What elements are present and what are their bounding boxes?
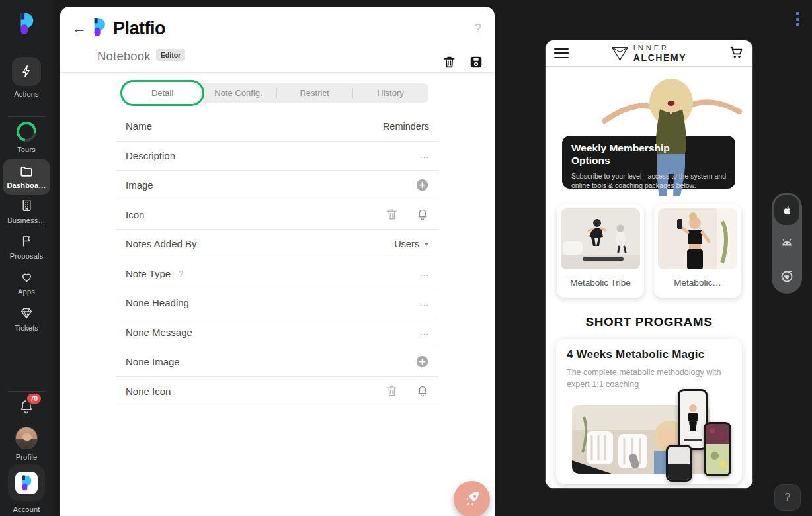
add-none-image-button[interactable] — [415, 355, 429, 368]
card-label: Metabolic Tribe — [561, 269, 640, 298]
platfio-logo-icon[interactable] — [0, 12, 53, 36]
field-label: Name — [126, 120, 152, 132]
phone-app-header: INNER ALCHEMY — [546, 40, 752, 67]
cart-icon — [729, 45, 744, 60]
program-description: The complete metabolic methodology with … — [567, 366, 735, 390]
apple-icon — [781, 204, 793, 217]
tab-detail[interactable]: Detail — [124, 83, 200, 103]
android-preview-button[interactable] — [772, 225, 802, 259]
menu-icon[interactable] — [554, 48, 569, 59]
sidebar-divider — [8, 391, 45, 392]
program-card[interactable]: 4 Weeks Metabolic Magic The complete met… — [556, 339, 742, 484]
icon-bell-button[interactable] — [416, 208, 429, 222]
sidebar-item-label: Account — [13, 505, 40, 513]
sidebar-item-dashboard[interactable]: Dashboa… — [3, 159, 50, 195]
field-label: None Heading — [126, 297, 189, 308]
form-row-notes-added-by[interactable]: Notes Added By Users — [116, 230, 438, 259]
sidebar-item-label: Actions — [14, 90, 38, 98]
app-root: Actions Tours Dashboa… Business… — [0, 0, 812, 516]
notes-added-by-dropdown[interactable]: Users — [394, 239, 429, 249]
field-value[interactable]: Reminders — [383, 121, 429, 132]
page-title-row: Notebook Editor — [97, 49, 185, 64]
form-row-none-message[interactable]: None Message ... — [116, 318, 438, 348]
sidebar-item-label: Profile — [16, 453, 38, 461]
platfio-mark-icon — [17, 12, 36, 36]
card-metabolic-tribe[interactable]: Metabolic Tribe — [557, 204, 644, 298]
sidebar-item-account[interactable]: Account — [0, 464, 53, 513]
field-value[interactable]: ... — [420, 269, 429, 277]
sidebar-item-profile[interactable]: Profile — [0, 427, 53, 461]
platfio-header-logo-icon — [91, 17, 108, 40]
sidebar-item-label: Apps — [18, 288, 35, 296]
folder-icon — [19, 164, 34, 179]
field-value[interactable]: ... — [420, 151, 429, 159]
tab-label: Restrict — [300, 88, 329, 98]
account-box — [8, 464, 45, 501]
field-value[interactable]: ... — [420, 299, 429, 307]
help-button[interactable]: ? — [774, 484, 801, 511]
card-label: Metabolic… — [658, 269, 737, 298]
hero-subtitle: Subscribe to your level - access to the … — [571, 171, 729, 190]
phone-mockup-dark — [666, 445, 692, 482]
form-rows: Name Reminders Description ... Image Ico… — [116, 112, 438, 406]
delete-notebook-button[interactable] — [442, 55, 456, 72]
form-row-image[interactable]: Image — [116, 171, 438, 200]
chrome-icon — [780, 269, 794, 284]
phone-preview: INNER ALCHEMY — [545, 40, 753, 489]
form-row-note-type[interactable]: Note Type ? ... — [116, 259, 438, 289]
editor-header: ← Platfio ? Notebook Editor — [60, 7, 495, 73]
sidebar-item-tours[interactable]: Tours — [0, 122, 53, 153]
sidebar-item-proposals[interactable]: Proposals — [0, 234, 53, 260]
kebab-dot — [796, 18, 799, 21]
notifications-button[interactable]: 70 — [0, 398, 53, 418]
preview-menu-button[interactable] — [796, 12, 799, 26]
form-row-description[interactable]: Description ... — [116, 142, 438, 171]
field-label: Description — [126, 150, 175, 161]
program-collage — [567, 396, 731, 474]
heart-icon — [20, 270, 34, 284]
brand-word-alchemy: ALCHEMY — [633, 52, 686, 63]
sidebar-item-apps[interactable]: Apps — [0, 270, 53, 296]
form-row-none-icon[interactable]: None Icon — [116, 377, 438, 407]
sidebar-item-actions[interactable]: Actions — [0, 57, 53, 98]
form-row-icon[interactable]: Icon — [116, 200, 438, 230]
inner-alchemy-logo: INNER ALCHEMY — [569, 44, 729, 63]
field-value[interactable]: ... — [420, 328, 429, 336]
brand-name: Platfio — [113, 19, 165, 39]
launch-button[interactable] — [454, 481, 490, 516]
web-preview-button[interactable] — [772, 259, 802, 294]
hero-banner[interactable]: Weekly Membership Options Subscribe to y… — [546, 67, 752, 196]
note-type-help-icon[interactable]: ? — [179, 269, 183, 279]
trash-icon — [386, 384, 398, 398]
field-label: None Image — [126, 356, 180, 367]
tab-history[interactable]: History — [352, 83, 428, 103]
delete-none-icon-button[interactable] — [386, 384, 398, 398]
metabolic-photo — [658, 208, 737, 269]
sidebar-item-tickets[interactable]: Tickets — [0, 306, 53, 332]
field-label: Note Type — [126, 268, 171, 279]
alchemy-triangle-icon — [611, 46, 629, 62]
card-metabolic-2[interactable]: Metabolic… — [654, 204, 741, 298]
form-row-name[interactable]: Name Reminders — [116, 112, 438, 142]
tab-note-config[interactable]: Note Config. — [200, 83, 276, 103]
ios-preview-button[interactable] — [774, 195, 799, 225]
tab-label: Note Config. — [214, 88, 262, 98]
bell-icon — [416, 208, 429, 222]
form-row-none-image[interactable]: None Image — [116, 347, 438, 377]
add-image-button[interactable] — [415, 178, 429, 192]
sidebar-item-label: Dashboa… — [7, 181, 46, 189]
delete-icon-button[interactable] — [386, 208, 398, 221]
bell-icon — [416, 384, 429, 398]
save-button[interactable] — [469, 55, 483, 72]
form-row-none-heading[interactable]: None Heading ... — [116, 288, 438, 318]
sidebar-item-label: Tickets — [15, 324, 38, 332]
membership-cards: Metabolic Tribe — [546, 196, 752, 298]
cart-button[interactable] — [729, 45, 744, 62]
sidebar-item-business[interactable]: Business… — [0, 198, 53, 224]
none-icon-bell-button[interactable] — [416, 384, 429, 398]
header-help-button[interactable]: ? — [474, 21, 481, 36]
rocket-icon — [463, 490, 481, 509]
field-label: None Message — [126, 327, 192, 338]
tab-restrict[interactable]: Restrict — [276, 83, 352, 103]
back-button[interactable]: ← — [72, 20, 87, 37]
